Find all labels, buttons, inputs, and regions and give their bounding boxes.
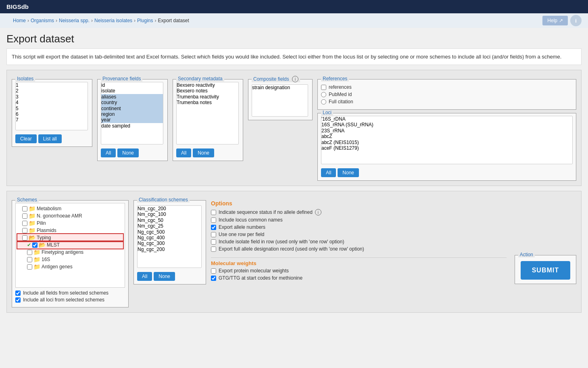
folder-icon-typing: 📂 xyxy=(29,234,35,241)
option-gtg-ttg: GTG/TTG at start codes for methionine xyxy=(211,275,507,281)
secondary-metadata-group: Secondary metadata Bexsero reactivity Be… xyxy=(173,79,243,161)
tree-checkbox-plasmids[interactable] xyxy=(22,228,27,233)
option-checkbox-allele-numbers[interactable] xyxy=(211,225,216,230)
secondary-all-button[interactable]: All xyxy=(176,148,191,157)
include-fields-label: Include all fields from selected schemes xyxy=(15,290,125,296)
tree-checkbox-gonorrhoeae[interactable] xyxy=(22,213,27,219)
provenance-none-button[interactable]: None xyxy=(117,148,139,157)
tree-item-typing: 📂 Typing xyxy=(17,234,123,241)
options-title: Options xyxy=(211,200,576,207)
folder-icon-finetyping: 📁 xyxy=(33,249,40,255)
tree-item-metabolism: 📁 Metabolism xyxy=(17,205,123,212)
option-full-allele: Export full allele designation record (u… xyxy=(211,246,576,252)
provenance-select[interactable]: id isolate aliases country continent reg… xyxy=(101,82,163,144)
tree-checkbox-16s[interactable] xyxy=(27,257,32,262)
page-title: Export dataset xyxy=(6,28,582,48)
tree-item-mlst: ✔ 📂 MLST xyxy=(17,241,123,249)
option-checkbox-sequence-status[interactable] xyxy=(211,210,216,215)
isolates-clear-button[interactable]: Clear xyxy=(15,134,37,143)
breadcrumb-plugins[interactable]: Plugins xyxy=(137,18,153,23)
folder-icon-mlst: 📂 xyxy=(39,242,46,248)
provenance-legend: Provenance fields xyxy=(101,76,142,82)
folder-icon-pilin: 📁 xyxy=(29,220,35,226)
tree-checkbox-finetyping[interactable] xyxy=(27,250,32,255)
composite-fields-group: Composite fields i strain designation xyxy=(248,79,313,120)
option-checkbox-common-names[interactable] xyxy=(211,217,216,223)
secondary-none-button[interactable]: None xyxy=(193,148,214,157)
submit-button[interactable]: SUBMIT xyxy=(521,261,570,280)
composite-info-icon[interactable]: i xyxy=(292,76,298,82)
molecular-weights-section: Molecular weights Export protein molecul… xyxy=(211,255,507,282)
tree-checkbox-metabolism[interactable] xyxy=(22,206,27,211)
isolates-select[interactable]: 1 2 3 4 5 6 7 xyxy=(15,82,88,130)
molecular-weights-title: Molecular weights xyxy=(211,257,507,266)
options-group: Options Indicate sequence status if no a… xyxy=(211,200,576,284)
loci-legend: Loci xyxy=(321,110,333,115)
breadcrumb-current: Export dataset xyxy=(158,18,189,23)
breadcrumb-neisseria-spp[interactable]: Neisseria spp. xyxy=(59,18,90,23)
option-checkbox-gtg-ttg[interactable] xyxy=(211,276,216,281)
option-info-icon[interactable]: i xyxy=(315,209,321,215)
include-loci-checkbox[interactable] xyxy=(15,297,21,303)
tree-item-16s: 📁 16S xyxy=(17,256,123,263)
isolates-group: Isolates 1 2 3 4 5 6 7 Clear List all xyxy=(12,79,92,147)
composite-fields-legend: Composite fields i xyxy=(252,76,300,82)
references-legend: References xyxy=(321,76,349,82)
option-checkbox-protein-weights[interactable] xyxy=(211,268,216,274)
pubmed-radio[interactable] xyxy=(321,92,326,97)
classification-schemes-legend: Classification schemes xyxy=(137,197,190,203)
composite-fields-select[interactable]: strain designation xyxy=(252,84,308,117)
classification-schemes-select[interactable]: Nm_cgc_200 Nm_cgc_100 Nm_cgc_50 Nm_cgc_2… xyxy=(137,205,202,268)
tree-checkbox-mlst[interactable] xyxy=(32,243,38,248)
breadcrumb-home[interactable]: Home xyxy=(13,18,26,23)
tree-checkbox-typing[interactable] xyxy=(22,235,27,240)
tree-item-antigen: 📁 Antigen genes xyxy=(17,263,123,270)
loci-none-button[interactable]: None xyxy=(338,168,359,177)
schemes-tree: 📁 Metabolism 📁 N. gonorrhoeae AMR 📁 Pili… xyxy=(15,203,125,288)
secondary-metadata-select[interactable]: Bexsero reactivity Bexsero notes Trumenb… xyxy=(176,82,239,144)
action-group: Action SUBMIT xyxy=(515,255,576,284)
pubmed-label: PubMed id xyxy=(329,92,352,97)
option-checkbox-one-row[interactable] xyxy=(211,232,216,237)
check-icon-mlst: ✔ xyxy=(27,242,31,248)
description: This script will export the dataset in t… xyxy=(6,48,582,65)
breadcrumb-neisseria-isolates[interactable]: Neisseria isolates xyxy=(94,18,132,23)
folder-icon-plasmids: 📁 xyxy=(29,227,35,234)
classification-schemes-group: Classification schemes Nm_cgc_200 Nm_cgc… xyxy=(133,200,206,284)
provenance-group: Provenance fields id isolate aliases cou… xyxy=(97,79,168,161)
breadcrumb-organisms[interactable]: Organisms xyxy=(31,18,54,23)
folder-icon-metabolism: 📁 xyxy=(29,205,35,212)
app-title-bar: BIGSdb xyxy=(0,0,588,13)
provenance-all-button[interactable]: All xyxy=(101,148,116,157)
option-checkbox-full-allele[interactable] xyxy=(211,247,216,252)
info-button[interactable]: i xyxy=(570,15,582,26)
isolates-list-all-button[interactable]: List all xyxy=(38,134,62,143)
references-label: references xyxy=(329,84,352,90)
loci-select[interactable]: '16S_rDNA 16S_rRNA (SSU_rRNA) 23S_rRNA a… xyxy=(321,116,573,164)
tree-checkbox-pilin[interactable] xyxy=(22,221,27,226)
tree-item-pilin: 📁 Pilin xyxy=(17,220,123,227)
class-schemes-none-button[interactable]: None xyxy=(154,272,175,281)
folder-icon-gonorrhoeae: 📁 xyxy=(29,213,35,219)
app-title: BIGSdb xyxy=(6,3,29,10)
tree-item-gonorrhoeae: 📁 N. gonorrhoeae AMR xyxy=(17,212,123,220)
option-common-names: Include locus common names xyxy=(211,217,576,223)
option-checkbox-isolate-field[interactable] xyxy=(211,239,216,245)
schemes-group: Schemes 📁 Metabolism 📁 N. gonorrhoeae AM… xyxy=(12,200,129,307)
action-legend: Action xyxy=(518,252,535,257)
option-protein-weights: Export protein molecular weights xyxy=(211,268,507,274)
tree-item-plasmids: 📁 Plasmids xyxy=(17,227,123,234)
class-schemes-all-button[interactable]: All xyxy=(137,272,152,281)
secondary-metadata-legend: Secondary metadata xyxy=(176,76,224,82)
help-button[interactable]: Help ↗ xyxy=(542,16,568,25)
references-group: References references PubMed id Full xyxy=(317,79,576,110)
schemes-legend: Schemes xyxy=(15,197,39,203)
option-one-row: Use one row per field xyxy=(211,232,576,237)
option-sequence-status: Indicate sequence status if no allele de… xyxy=(211,209,576,215)
tree-checkbox-antigen[interactable] xyxy=(27,264,32,270)
include-fields-checkbox[interactable] xyxy=(15,291,21,296)
references-checkbox[interactable] xyxy=(321,85,326,90)
references-checkbox-row: references xyxy=(321,84,573,90)
loci-all-button[interactable]: All xyxy=(321,168,336,177)
full-citation-radio[interactable] xyxy=(321,99,326,105)
